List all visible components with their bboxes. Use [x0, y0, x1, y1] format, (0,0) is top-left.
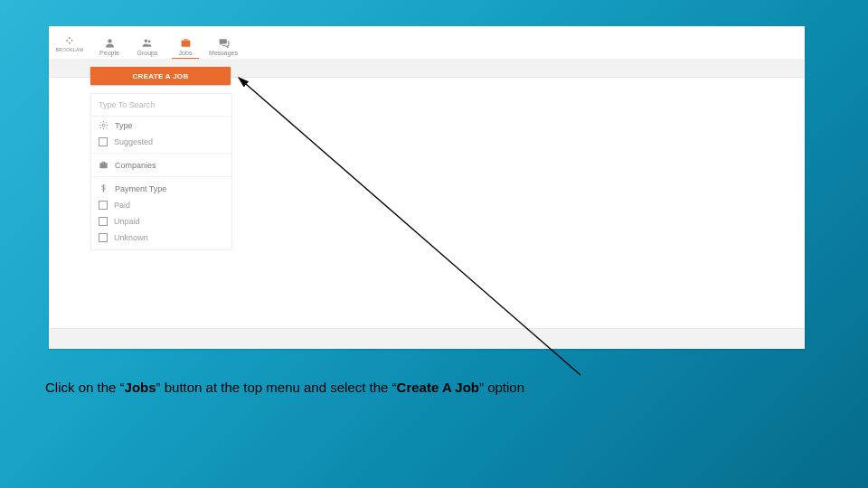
nav-label: Groups [137, 50, 158, 56]
top-nav: ⁘ BROOKLAW People Groups Jobs [49, 26, 805, 60]
payment-heading-row: Payment Type [91, 180, 231, 197]
nav-jobs[interactable]: Jobs [166, 36, 204, 59]
gear-icon [99, 120, 108, 130]
divider [91, 176, 231, 177]
logo-mark-icon: ⁘ [64, 34, 75, 47]
messages-icon [217, 36, 230, 49]
type-option-label: Suggested [114, 137, 153, 146]
caption-jobs: Jobs [125, 380, 156, 395]
app-logo: ⁘ BROOKLAW [54, 30, 85, 57]
companies-heading-row: Companies [91, 156, 231, 174]
payment-option-label: Paid [114, 201, 130, 210]
checkbox-icon[interactable] [99, 217, 108, 226]
person-icon [103, 36, 116, 49]
divider [91, 153, 231, 154]
create-job-label: CREATE A JOB [133, 72, 189, 80]
people-group-icon [141, 36, 154, 49]
nav-messages[interactable]: Messages [204, 36, 242, 59]
svg-point-2 [148, 40, 151, 42]
search-input[interactable]: Type To Search [91, 94, 231, 117]
logo-text: BROOKLAW [55, 47, 83, 52]
search-placeholder: Type To Search [99, 100, 155, 109]
companies-heading: Companies [115, 161, 156, 170]
briefcase-icon [99, 160, 108, 170]
filter-panel: Type To Search Type Suggested Companies [90, 93, 232, 250]
type-heading-row: Type [91, 117, 231, 134]
nav-label: Jobs [179, 50, 193, 56]
footer-bar [49, 328, 805, 349]
payment-option-label: Unpaid [114, 217, 140, 226]
instruction-caption: Click on the “Jobs” button at the top me… [45, 380, 524, 395]
caption-text: Click on the “ [45, 380, 125, 395]
create-job-button[interactable]: CREATE A JOB [90, 67, 231, 85]
payment-heading: Payment Type [115, 184, 166, 193]
payment-option[interactable]: Paid [91, 197, 231, 213]
caption-text: ” button at the top menu and select the … [156, 380, 397, 395]
type-option[interactable]: Suggested [91, 134, 231, 150]
caption-text: ” option [479, 380, 524, 395]
nav-people[interactable]: People [90, 36, 128, 59]
svg-point-1 [145, 39, 147, 42]
caption-create: Create A Job [397, 380, 479, 395]
nav-label: People [99, 50, 119, 56]
payment-option[interactable]: Unpaid [91, 213, 231, 230]
nav-groups[interactable]: Groups [128, 36, 166, 59]
svg-point-3 [102, 124, 105, 127]
briefcase-icon [179, 36, 192, 49]
checkbox-icon[interactable] [99, 201, 108, 210]
payment-option-label: Unknown [114, 233, 148, 242]
app-screenshot: ⁘ BROOKLAW People Groups Jobs [49, 26, 805, 349]
dollar-icon [99, 183, 108, 193]
svg-point-0 [108, 39, 111, 42]
type-heading: Type [115, 121, 133, 130]
checkbox-icon[interactable] [99, 233, 108, 242]
payment-option[interactable]: Unknown [91, 230, 231, 246]
checkbox-icon[interactable] [99, 137, 108, 146]
nav-label: Messages [209, 50, 238, 56]
